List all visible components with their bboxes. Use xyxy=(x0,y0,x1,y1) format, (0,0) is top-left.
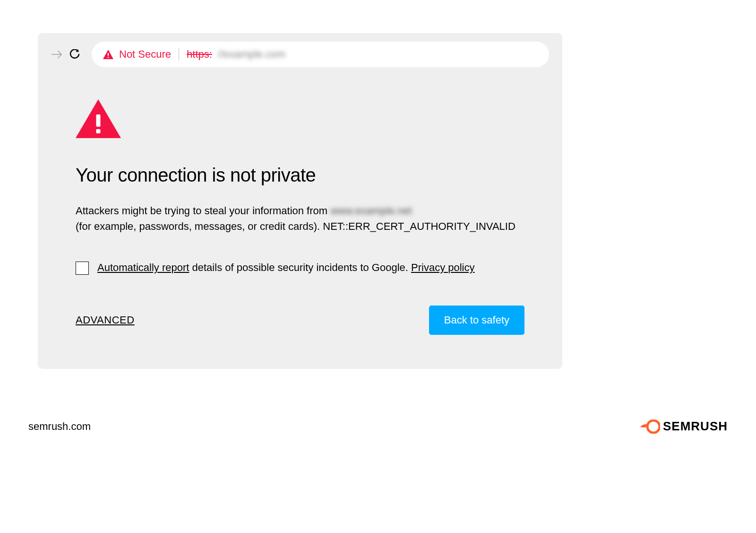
svg-rect-2 xyxy=(96,114,101,127)
svg-point-4 xyxy=(647,420,660,433)
blurred-url: //example.com xyxy=(218,48,285,61)
message-line2-prefix: (for example, passwords, messages, or cr… xyxy=(76,220,323,232)
blurred-domain: www.example.net xyxy=(330,205,412,217)
error-content: Your connection is not private Attackers… xyxy=(38,76,562,349)
page-title: Your connection is not private xyxy=(76,165,524,186)
reload-icon[interactable] xyxy=(69,49,80,60)
not-secure-label: Not Secure xyxy=(119,48,171,61)
auto-report-link[interactable]: Automatically report xyxy=(97,262,189,273)
svg-rect-0 xyxy=(108,53,109,56)
semrush-logo: SEMRUSH xyxy=(640,419,728,434)
advanced-link[interactable]: ADVANCED xyxy=(76,314,135,326)
actions-row: ADVANCED Back to safety xyxy=(76,306,524,335)
svg-rect-1 xyxy=(108,57,109,58)
warning-triangle-icon xyxy=(103,50,113,59)
svg-rect-3 xyxy=(96,129,101,133)
report-checkbox[interactable] xyxy=(76,262,89,275)
message-line1-prefix: Attackers might be trying to steal your … xyxy=(76,205,330,217)
error-code: NET::ERR_CERT_AUTHORITY_INVALID xyxy=(323,220,515,232)
back-to-safety-button[interactable]: Back to safety xyxy=(429,306,524,335)
report-checkbox-label: Automatically report details of possible… xyxy=(97,261,475,275)
checkbox-mid-text: details of possible security incidents t… xyxy=(189,262,411,273)
footer: semrush.com SEMRUSH xyxy=(28,419,728,434)
error-message: Attackers might be trying to steal your … xyxy=(76,203,524,234)
report-checkbox-row: Automatically report details of possible… xyxy=(76,261,524,275)
address-bar[interactable]: Not Secure https: //example.com xyxy=(92,42,549,67)
large-warning-triangle-icon xyxy=(76,99,121,138)
semrush-brand-text: SEMRUSH xyxy=(663,419,728,434)
divider xyxy=(179,48,179,61)
footer-domain: semrush.com xyxy=(28,420,91,433)
privacy-policy-link[interactable]: Privacy policy xyxy=(411,262,474,273)
semrush-fireball-icon xyxy=(640,419,660,434)
browser-window: Not Secure https: //example.com Your con… xyxy=(38,33,562,369)
browser-toolbar: Not Secure https: //example.com xyxy=(38,33,562,76)
forward-arrow-icon[interactable] xyxy=(51,49,62,60)
https-strikethrough: https: xyxy=(187,48,212,61)
